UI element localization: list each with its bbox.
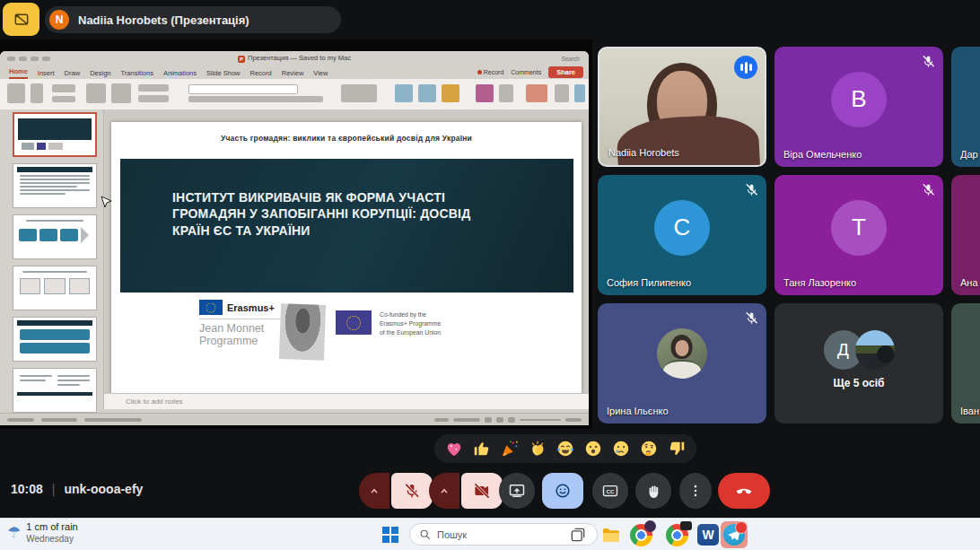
slide-thumbnail-6[interactable]: 6 (13, 368, 97, 413)
end-call-icon (734, 481, 754, 501)
participant-name: Таня Лазоренко (783, 277, 856, 288)
ppt-search[interactable]: Search (561, 56, 580, 62)
tab-draw[interactable]: Draw (65, 69, 81, 79)
meet-window: N Nadiia Horobets (Презентація) PПрезент… (0, 0, 980, 550)
word-button[interactable]: W (696, 523, 720, 546)
slide-thumbnail-panel: 1 2 3 (0, 109, 104, 409)
ppt-comments-button[interactable]: Comments (511, 69, 541, 75)
svg-text:CC: CC (606, 488, 615, 494)
participant-name: Віра Омельченко (783, 149, 862, 160)
taskbar-weather-widget[interactable]: ☂ 1 cm of rain Wednesday (7, 521, 78, 545)
weather-line1: 1 cm of rain (26, 521, 77, 534)
end-call-button[interactable] (718, 473, 770, 509)
camera-off-button[interactable] (461, 473, 503, 509)
tab-home[interactable]: Home (9, 67, 28, 79)
party-popper-icon[interactable] (499, 438, 521, 459)
chrome-button[interactable] (629, 523, 652, 546)
windows-logo-icon (382, 527, 398, 543)
more-options-icon (687, 483, 704, 499)
ppt-status-bar (0, 413, 589, 425)
overflow-count-label: Ще 5 осіб (834, 377, 885, 389)
participant-name: Ірина Ільєнко (607, 406, 669, 416)
camera-options-chevron[interactable] (429, 473, 459, 509)
tab-animations[interactable]: Animations (163, 69, 197, 79)
mic-options-chevron[interactable] (359, 473, 389, 509)
captions-button[interactable]: CC (592, 473, 628, 509)
slide-thumbnail-3[interactable]: 3 (13, 214, 97, 259)
tile-ana-partial[interactable]: Ана (951, 175, 980, 295)
raise-hand-button[interactable] (635, 473, 671, 509)
more-options-button[interactable] (679, 473, 712, 509)
tab-record[interactable]: Record (250, 69, 272, 79)
cofunded-logo: Co-funded by the Erasmus+ Programme of t… (336, 310, 441, 337)
thinking-face-icon[interactable] (638, 438, 660, 459)
telegram-button[interactable] (721, 521, 748, 548)
slide-thumbnail-2[interactable]: 2 (13, 163, 97, 208)
ppt-editor-body: 1 2 3 (0, 109, 589, 398)
tile-ivan-partial[interactable]: Іван (951, 303, 980, 423)
notification-badge (644, 520, 656, 532)
slide-thumbnail-1[interactable]: 1 (13, 112, 97, 157)
smiley-icon (554, 482, 572, 500)
avatar: С (654, 200, 710, 256)
reactions-button[interactable] (542, 473, 583, 509)
presenter-pill[interactable]: N Nadiia Horobets (Презентація) (45, 6, 341, 33)
tab-slideshow[interactable]: Slide Show (206, 69, 241, 79)
sparkling-heart-icon[interactable] (443, 438, 465, 459)
thumbs-down-icon[interactable] (666, 438, 687, 459)
tab-design[interactable]: Design (90, 69, 110, 79)
captions-icon: CC (601, 482, 619, 500)
slide-title-box: ІНСТИТУТ ВИКРИВАЧІВ ЯК ФОРМА УЧАСТІ ГРОМ… (120, 159, 573, 292)
tab-insert[interactable]: Insert (38, 69, 55, 79)
erasmus-label: Erasmus+ (227, 302, 275, 313)
tab-view[interactable]: View (313, 69, 328, 79)
start-button[interactable] (379, 523, 402, 546)
tile-iryna-ilyenko[interactable]: Ірина Ільєнко (598, 303, 766, 423)
file-explorer-button[interactable] (599, 523, 623, 546)
chrome-meet-button[interactable] (665, 523, 688, 546)
chevron-up-icon (437, 484, 451, 498)
eu-flag-icon (336, 310, 372, 335)
meet-toolbar: 10:08 | unk-oooa-efy CC (0, 473, 980, 509)
ppt-share-button[interactable]: Share (548, 66, 583, 78)
task-view-button[interactable] (566, 523, 590, 546)
ppt-ribbon-toolbar (0, 79, 589, 110)
word-icon: W (697, 524, 719, 546)
presentation-hidden-icon[interactable] (3, 3, 39, 36)
thumbs-up-icon[interactable] (471, 438, 493, 459)
powerpoint-window: PПрезентация — Saved to my Mac Search Ho… (0, 51, 589, 425)
search-icon (419, 528, 431, 540)
camera-badge (680, 521, 692, 530)
slide-thumbnail-5[interactable]: 5 (13, 317, 97, 362)
record-dot-icon (477, 70, 482, 74)
slide-thumbnail-4[interactable]: 4 (13, 266, 97, 310)
tile-nadiia-horobets[interactable]: Nadiia Horobets (598, 47, 766, 167)
camera-off-icon (473, 482, 491, 500)
tile-overflow-others[interactable]: Д Ще 5 осіб (774, 303, 943, 423)
tile-tanya-lazorenko[interactable]: Т Таня Лазоренко (774, 175, 943, 295)
notes-placeholder: Click to add notes (126, 397, 589, 406)
clapping-hands-icon[interactable] (527, 438, 548, 459)
current-slide-canvas[interactable]: Участь громадян: виклики та європейський… (111, 122, 582, 398)
notes-pane[interactable]: Click to add notes (104, 393, 589, 409)
mic-off-button[interactable] (391, 473, 433, 509)
eu-flag-icon (199, 300, 223, 315)
tile-dar-partial[interactable]: Дар (951, 47, 980, 167)
mic-off-icon (921, 182, 936, 201)
crying-face-icon[interactable] (610, 438, 632, 459)
face-with-tears-of-joy-icon[interactable] (555, 438, 576, 459)
tile-vira-omelchenko[interactable]: В Віра Омельченко (774, 47, 943, 167)
present-screen-button[interactable] (499, 473, 535, 509)
present-screen-icon (508, 482, 526, 500)
mic-off-icon (744, 310, 759, 329)
tab-transitions[interactable]: Transitions (120, 69, 153, 79)
tab-review[interactable]: Review (282, 69, 304, 79)
tile-sofiya-pylypenko[interactable]: С София Пилипенко (598, 175, 766, 295)
ppt-titlebar: PПрезентация — Saved to my Mac Search (0, 51, 589, 65)
ppt-ribbon-tabs: Home Insert Draw Design Transitions Anim… (0, 65, 589, 79)
surprised-face-icon[interactable] (582, 438, 604, 459)
chrome-icon (630, 524, 652, 546)
ppt-record-button[interactable]: Record (477, 69, 504, 75)
participant-name: Nadiia Horobets (608, 147, 679, 158)
avatar: В (831, 72, 887, 127)
